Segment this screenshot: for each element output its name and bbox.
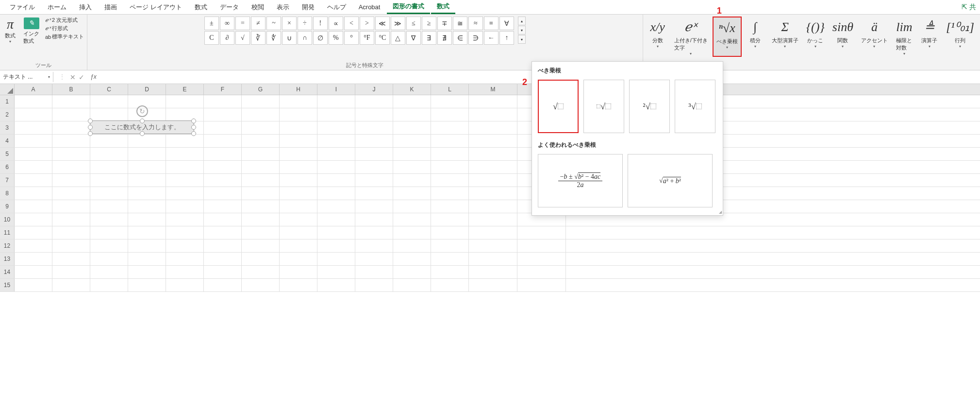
cell[interactable] (204, 266, 242, 278)
cell[interactable] (166, 187, 204, 200)
cell[interactable] (431, 200, 469, 213)
resize-handle[interactable] (140, 119, 145, 123)
cell[interactable] (355, 148, 393, 160)
symbol-button[interactable]: ≫ (391, 17, 405, 30)
radical-option-0[interactable]: √ (538, 80, 579, 133)
cell[interactable] (128, 95, 166, 108)
cell[interactable] (393, 253, 431, 265)
cell[interactable] (393, 121, 431, 134)
symbol-button[interactable]: ∃ (422, 31, 436, 45)
cell[interactable] (517, 266, 566, 278)
cell[interactable] (469, 239, 517, 252)
cell[interactable] (355, 253, 393, 265)
col-header[interactable]: B (52, 84, 90, 95)
cell[interactable] (317, 266, 355, 278)
cell[interactable] (52, 108, 90, 121)
cell[interactable] (317, 148, 355, 160)
menu-help[interactable]: ヘルプ (321, 1, 352, 14)
cell[interactable] (52, 266, 90, 278)
col-header[interactable]: L (431, 84, 469, 95)
cell[interactable] (280, 239, 317, 252)
row-header[interactable]: 14 (0, 266, 15, 278)
row-header[interactable]: 4 (0, 135, 15, 147)
col-header[interactable]: D (128, 84, 166, 95)
row-header[interactable]: 15 (0, 279, 15, 291)
cell[interactable] (204, 226, 242, 239)
cell[interactable] (90, 108, 128, 121)
cell[interactable] (90, 95, 128, 108)
cell[interactable] (280, 135, 317, 147)
cell[interactable] (15, 266, 52, 278)
equation-object[interactable]: ↻ ここに数式を入力します。 (90, 120, 194, 134)
cell[interactable] (90, 200, 128, 213)
cell[interactable] (355, 121, 393, 134)
cell[interactable] (393, 135, 431, 147)
row-header[interactable]: 1 (0, 95, 15, 108)
cell[interactable] (166, 226, 204, 239)
symbol-button[interactable]: C (204, 31, 219, 45)
cell[interactable] (90, 161, 128, 173)
symbols-up-icon[interactable]: ▴ (518, 17, 526, 25)
cell[interactable] (52, 213, 90, 226)
cell[interactable] (90, 174, 128, 187)
cell[interactable] (469, 213, 517, 226)
cell[interactable] (317, 135, 355, 147)
cell[interactable] (52, 253, 90, 265)
symbol-button[interactable]: ≈ (468, 17, 483, 30)
cell[interactable] (280, 226, 317, 239)
cell[interactable] (469, 108, 517, 121)
cell[interactable] (128, 279, 166, 291)
text-opt-linear[interactable]: ℯˣ 行形式 (45, 25, 84, 32)
cell[interactable] (355, 266, 393, 278)
cell[interactable] (469, 279, 517, 291)
menu-file[interactable]: ファイル (4, 1, 41, 14)
text-opt-2d[interactable]: ℯˣ 2 次元形式 (45, 17, 84, 24)
col-header[interactable]: A (15, 84, 52, 95)
equation-button[interactable]: π 数式 ▾ (3, 17, 17, 45)
cell[interactable] (15, 161, 52, 173)
cell[interactable] (204, 95, 242, 108)
cell[interactable] (355, 279, 393, 291)
cell[interactable] (431, 253, 469, 265)
cell[interactable] (15, 121, 52, 134)
cell[interactable] (242, 226, 280, 239)
symbol-button[interactable]: ! (313, 17, 328, 30)
structure-べき乗根[interactable]: ⁿ√xべき乗根▾ (713, 17, 742, 57)
cell[interactable] (242, 200, 280, 213)
cell[interactable] (280, 187, 317, 200)
symbol-button[interactable]: ≪ (375, 17, 390, 30)
cell[interactable] (166, 148, 204, 160)
cell[interactable] (128, 148, 166, 160)
cell[interactable] (128, 200, 166, 213)
cell[interactable] (15, 213, 52, 226)
cell[interactable] (90, 187, 128, 200)
symbol-button[interactable]: ≤ (406, 17, 421, 30)
symbol-button[interactable]: ≡ (484, 17, 498, 30)
cell[interactable] (280, 148, 317, 160)
cell[interactable] (242, 174, 280, 187)
cell[interactable] (242, 135, 280, 147)
symbol-button[interactable]: ∂ (220, 31, 234, 45)
cell[interactable] (204, 187, 242, 200)
symbol-button[interactable]: ≅ (453, 17, 467, 30)
resize-handle[interactable] (88, 119, 93, 123)
cell[interactable] (469, 187, 517, 200)
row-header[interactable]: 3 (0, 121, 15, 134)
cell[interactable] (90, 279, 128, 291)
cell[interactable] (166, 161, 204, 173)
common-radical-pythagoras[interactable]: √a² + b² (628, 154, 713, 207)
cell[interactable] (128, 135, 166, 147)
cell[interactable] (242, 213, 280, 226)
symbol-button[interactable]: ∛ (251, 31, 266, 45)
symbols-more-icon[interactable]: ▾ (518, 35, 526, 44)
menu-equation-tab[interactable]: 数式 (431, 0, 455, 14)
cell[interactable] (204, 200, 242, 213)
cell[interactable] (431, 108, 469, 121)
cell[interactable] (469, 161, 517, 173)
cell[interactable] (15, 135, 52, 147)
symbol-button[interactable]: △ (391, 31, 405, 45)
row-header[interactable]: 10 (0, 213, 15, 226)
cell[interactable] (204, 108, 242, 121)
symbol-button[interactable]: ÷ (298, 17, 312, 30)
cell[interactable] (355, 135, 393, 147)
